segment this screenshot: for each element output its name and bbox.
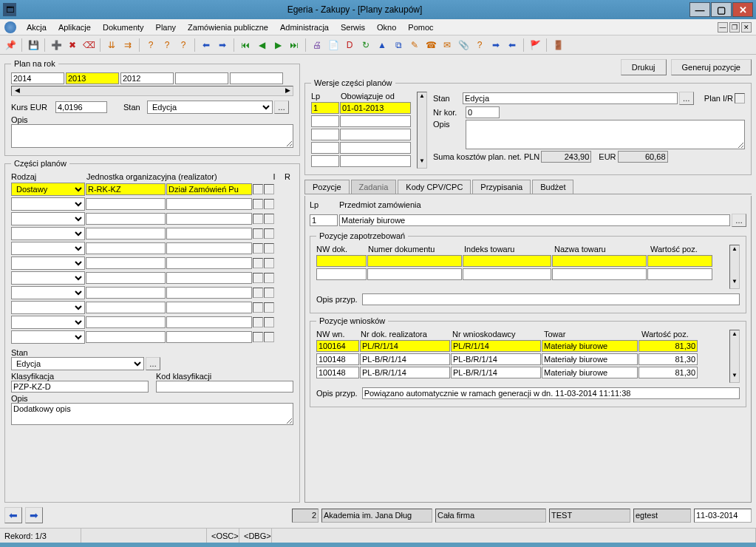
wn-cell[interactable] [360,353,450,365]
close-button[interactable]: ✕ [732,2,753,17]
jednostka-nazwa[interactable] [166,331,252,343]
wn-cell[interactable] [451,367,541,378]
i-checkbox[interactable] [253,317,263,327]
rodzaj-select[interactable]: Dostawy [11,183,85,196]
zap-cell[interactable] [647,255,712,267]
edit-icon[interactable]: ✎ [407,38,422,52]
zap-cell[interactable] [367,268,462,280]
rodzaj-select[interactable] [11,227,85,240]
rodzaj-select[interactable] [11,256,85,270]
r-checkbox[interactable] [264,302,274,313]
exit-icon[interactable]: 🚪 [551,38,565,52]
rodzaj-select[interactable] [11,212,85,225]
jednostka-nazwa[interactable] [166,242,252,254]
menu-administracja[interactable]: Administracja [274,21,335,33]
klasyfikacja-field[interactable] [11,381,149,393]
pin-icon[interactable]: 📌 [3,38,18,52]
refresh-icon[interactable]: ↻ [358,38,373,52]
wn-scrollbar[interactable]: ▲▼ [729,330,740,383]
next-page-icon[interactable]: ➡ [215,38,230,52]
zadanie-lp[interactable] [310,214,338,226]
menu-plany[interactable]: Plany [150,21,183,33]
zap-cell[interactable] [316,255,367,267]
jednostka-nazwa[interactable] [166,272,252,284]
wn-cell[interactable] [542,353,638,365]
wersje-stan-lookup[interactable]: … [679,92,694,105]
wersja-od[interactable] [340,142,411,154]
wn-cell[interactable] [360,340,450,352]
jednostka-kod[interactable] [86,213,166,225]
i-checkbox[interactable] [253,184,263,194]
wersje-stan-field[interactable] [463,92,678,104]
wn-cell[interactable] [360,367,450,378]
attach-icon[interactable]: 📎 [456,38,471,52]
jednostka-nazwa[interactable] [166,302,252,313]
i-checkbox[interactable] [253,228,263,239]
doc-icon[interactable]: 📄 [326,38,341,52]
wersja-lp[interactable] [311,155,339,167]
jednostka-kod[interactable] [86,198,166,210]
r-checkbox[interactable] [264,332,274,342]
kod-klas-field[interactable] [156,381,293,393]
wersja-lp[interactable] [311,115,339,127]
year-1[interactable] [66,72,119,84]
up-icon[interactable]: ▲ [375,38,389,52]
help1-icon[interactable]: ? [143,38,158,52]
clear-icon[interactable]: ⌫ [81,38,96,52]
maximize-button[interactable]: ▢ [711,2,732,17]
kurs-eur-field[interactable] [55,101,107,113]
stan-lookup-czesc[interactable]: … [146,357,160,370]
zap-opis[interactable] [362,293,740,305]
nav-next[interactable]: ➡ [25,507,43,523]
first-icon[interactable]: ⏮ [238,38,253,52]
r-checkbox[interactable] [264,228,274,239]
zap-cell[interactable] [367,255,462,267]
zap-cell[interactable] [463,255,551,267]
help2-icon[interactable]: ? [160,38,174,52]
jednostka-nazwa[interactable] [166,257,252,269]
i-checkbox[interactable] [253,199,263,209]
generuj-button[interactable]: Generuj pozycje [671,59,752,75]
wersja-lp[interactable] [311,129,339,140]
menu-pomoc[interactable]: Pomoc [402,21,439,33]
zap-cell[interactable] [647,268,712,280]
jednostka-kod[interactable] [86,331,166,343]
i-checkbox[interactable] [253,258,263,268]
i-checkbox[interactable] [253,332,263,342]
wersja-od[interactable] [340,155,411,167]
wersja-od[interactable] [340,102,411,114]
wn-cell[interactable] [451,353,541,365]
tab-zadania[interactable]: Zadania [351,180,397,194]
tab-kody[interactable]: Kody CPV/CPC [398,180,471,194]
mail-icon[interactable]: ✉ [440,38,454,52]
nav-prev[interactable]: ⬅ [4,507,22,523]
r-checkbox[interactable] [264,214,274,224]
zadanie-przedmiot[interactable] [339,214,730,226]
rodzaj-select[interactable] [11,330,85,344]
r-checkbox[interactable] [264,199,274,209]
menu-serwis[interactable]: Serwis [335,21,371,33]
forward-icon[interactable]: ▶ [270,38,285,52]
year-2[interactable] [120,72,174,84]
wn-cell[interactable] [316,353,359,365]
wn-cell[interactable] [451,340,541,352]
jednostka-nazwa[interactable] [166,213,252,225]
menu-aplikacje[interactable]: Aplikacje [52,21,97,33]
jednostka-kod[interactable] [86,228,166,239]
zap-cell[interactable] [552,255,647,267]
help3-icon[interactable]: ? [176,38,191,52]
tab-pozycje[interactable]: Pozycje [304,180,350,194]
opis-plan[interactable] [11,124,293,148]
r-checkbox[interactable] [264,243,274,254]
nrkor-field[interactable] [466,106,500,118]
wersja-od[interactable] [340,129,411,140]
menu-dokumenty[interactable]: Dokumenty [97,21,150,33]
mdi-restore[interactable]: ❐ [729,22,740,33]
app-menu-icon[interactable] [4,21,16,33]
phone-icon[interactable]: ☎ [423,38,438,52]
opis-czesc[interactable]: Dodatkowy opis [11,403,293,425]
stan-lookup-plan[interactable]: … [274,101,289,114]
wn-cell[interactable] [638,340,698,352]
nav-right-icon[interactable]: ⬅ [505,38,520,52]
print-icon[interactable]: 🖨 [310,38,324,52]
